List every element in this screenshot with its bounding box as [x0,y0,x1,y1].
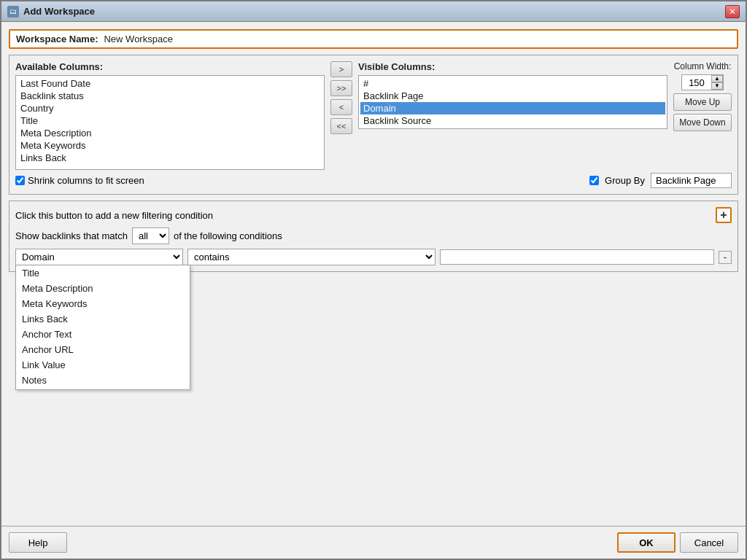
columns-section: Available Columns: Last Found Date Backl… [9,55,738,195]
filter-value-input[interactable] [440,249,714,265]
list-item[interactable]: Meta Description [18,127,322,139]
shrink-columns-label[interactable]: Shrink columns to fit screen [15,175,144,186]
main-content: Workspace Name: Available Columns: Last … [1,22,746,526]
move-right-button[interactable]: > [330,61,352,77]
column-width-spinner: ▲ ▼ [681,74,724,90]
list-item[interactable]: Backlink status [18,90,322,102]
filter-condition-label: of the following conditions [174,230,282,241]
list-item[interactable]: Backlink Page [360,90,665,102]
bottom-bar: Help OK Cancel [1,526,746,559]
window-title: Add Workspace [23,6,725,17]
filter-row: Domain Title Meta Description Meta Keywo… [15,249,732,265]
filter-operator-select[interactable]: contains does not contain equals starts … [187,249,436,265]
list-item[interactable]: Title [18,114,322,127]
column-width-panel: Column Width: ▲ ▼ Move Up Move Down [667,61,732,131]
add-workspace-window: 🗂 Add Workspace ✕ Workspace Name: Availa… [0,0,747,560]
filter-field-wrapper: Domain Title Meta Description Meta Keywo… [15,249,183,265]
filter-section: Click this button to add a new filtering… [9,201,738,272]
title-bar: 🗂 Add Workspace ✕ [1,1,746,22]
cancel-button[interactable]: Cancel [680,532,738,553]
visible-columns-label: Visible Columns: [358,61,667,72]
move-left-all-button[interactable]: << [330,118,352,134]
move-up-button[interactable]: Move Up [673,93,732,111]
column-width-label: Column Width: [674,61,732,71]
close-button[interactable]: ✕ [725,5,740,18]
list-item[interactable]: Links Back [18,152,322,164]
dropdown-item-anchor-text[interactable]: Anchor Text [16,327,190,342]
shrink-columns-text: Shrink columns to fit screen [28,175,144,186]
group-by-dropdown-wrapper: Backlink Page Domain Country [651,173,732,188]
list-item[interactable]: Last Found Date [18,77,322,90]
group-by-panel: Group By Backlink Page Domain Country [589,173,732,188]
filter-field-dropdown-open: Title Meta Description Meta Keywords Lin… [15,265,190,390]
filter-header: Click this button to add a new filtering… [15,207,732,223]
list-item[interactable]: Country [18,102,322,114]
options-row: Shrink columns to fit screen Group By Ba… [15,173,732,188]
shrink-columns-checkbox[interactable] [15,176,25,185]
list-item[interactable]: # [360,77,665,90]
filter-row-container: Domain Title Meta Description Meta Keywo… [15,249,732,265]
spinner-up-button[interactable]: ▲ [711,75,723,82]
workspace-name-row: Workspace Name: [9,29,738,49]
move-left-button[interactable]: < [330,99,352,115]
move-down-button[interactable]: Move Down [673,114,732,131]
dropdown-item-anchor-url[interactable]: Anchor URL [16,342,190,357]
filter-remove-button[interactable]: - [719,251,732,264]
visible-columns-panel: Visible Columns: # Backlink Page Domain … [358,61,667,129]
move-right-all-button[interactable]: >> [330,80,352,96]
filter-match-row: Show backlinks that match all any of the… [15,228,732,244]
list-item[interactable]: Backlink Source [360,114,665,127]
visible-columns-list[interactable]: # Backlink Page Domain Backlink Source [358,75,667,129]
available-columns-label: Available Columns: [15,61,325,72]
dropdown-scroll-area[interactable]: Title Meta Description Meta Keywords Lin… [16,265,190,389]
spinner-down-button[interactable]: ▼ [711,82,723,90]
filter-match-label: Show backlinks that match [15,230,128,241]
arrows-panel: > >> < << [325,61,358,134]
dropdown-item-notes[interactable]: Notes [16,373,190,388]
filter-field-select[interactable]: Domain Title Meta Description Meta Keywo… [15,249,183,265]
filter-header-text: Click this button to add a new filtering… [15,210,213,221]
filter-add-button[interactable]: + [716,207,732,223]
dropdown-item-links-back[interactable]: Links Back [16,311,190,327]
help-button[interactable]: Help [9,532,67,553]
spinner-buttons: ▲ ▼ [711,75,723,90]
group-by-label: Group By [605,175,645,186]
group-by-checkbox[interactable] [589,176,599,185]
list-item-domain[interactable]: Domain [360,102,665,114]
filter-match-select[interactable]: all any [132,228,169,244]
window-icon: 🗂 [7,6,19,18]
list-item[interactable]: Meta Keywords [18,139,322,152]
columns-inner: Available Columns: Last Found Date Backl… [15,61,732,170]
workspace-name-label: Workspace Name: [16,34,98,44]
group-by-select[interactable]: Backlink Page Domain Country [651,173,732,188]
ok-button[interactable]: OK [617,532,676,553]
workspace-name-input[interactable] [104,34,731,44]
available-columns-panel: Available Columns: Last Found Date Backl… [15,61,325,170]
dropdown-item-meta-keywords[interactable]: Meta Keywords [16,296,190,311]
dropdown-item-title[interactable]: Title [16,265,190,281]
column-width-input[interactable] [682,76,711,90]
right-buttons: OK Cancel [617,532,738,553]
available-columns-list[interactable]: Last Found Date Backlink status Country … [15,75,325,170]
dropdown-item-meta-description[interactable]: Meta Description [16,281,190,296]
dropdown-item-link-value[interactable]: Link Value [16,357,190,373]
